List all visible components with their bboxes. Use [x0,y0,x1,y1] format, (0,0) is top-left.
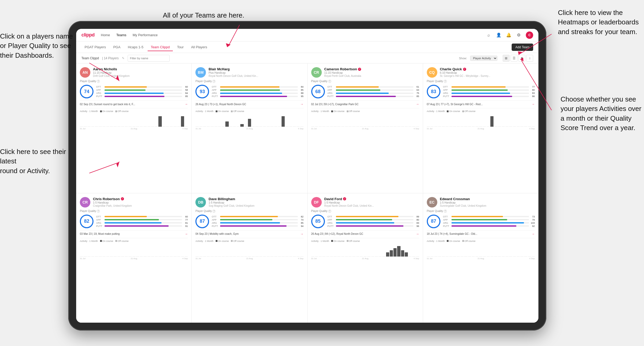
tab-tour[interactable]: Tour [174,44,187,51]
tab-all-players[interactable]: All Players [188,44,210,51]
quality-circle[interactable]: 82 [80,215,94,228]
nav-teams[interactable]: Teams [116,32,126,38]
round-arrow-icon[interactable]: → [532,102,535,106]
player-card[interactable]: DB Dave Billingham 1-5 Handicap Sog Magi… [192,193,307,323]
player-card[interactable]: CR Chris Robertson ✓ 1-5 Handicap Craigm… [76,193,191,323]
player-name[interactable]: Blair McHarg [209,67,303,71]
chart-date-end: 4 Sep [414,257,419,260]
profile-avatar[interactable]: C [526,31,533,39]
stat-bar-fill [336,86,379,88]
round-arrow-icon[interactable]: → [532,232,535,236]
tab-hcaps[interactable]: Hcaps 1-5 [125,44,147,51]
latest-round[interactable]: 04 Sep 23 | Mobility with coach, Gym → [195,230,303,236]
latest-round[interactable]: 02 Jul 23 | 59 (+17), Craigmillar Park G… [311,100,419,106]
quality-circle[interactable]: 68 [311,85,325,98]
player-name[interactable]: Chris Robertson ✓ [93,197,188,201]
list-view-button[interactable]: ☰ [511,55,517,62]
player-club: Drift Golf Club, United Kingdom [93,74,188,77]
chart-bar [132,126,136,127]
stat-value: 73 [530,215,535,218]
avatar[interactable]: EC [427,197,437,207]
search-icon[interactable]: ⌕ [486,32,492,38]
show-select[interactable]: Player Activity [470,56,497,61]
quality-circle[interactable]: 74 [80,85,94,98]
round-arrow-icon[interactable]: → [416,102,419,106]
avatar[interactable]: CR [80,197,90,207]
sort-view-button[interactable]: ↕ [526,55,533,62]
latest-round[interactable]: 03 Mar 23 | 19, Must make putting → [80,230,188,236]
player-header: DF David Ford ✓ 1-5 Handicap Royal North… [311,197,419,207]
player-card[interactable]: AN Aaron Nicholls 11-15 Handicap Drift G… [76,63,191,193]
latest-round[interactable]: 26 Aug 23 | 73 (+1), Royal North Devon G… [195,100,303,106]
player-card[interactable]: CQ Charlie Quick ✓ 6-10 Handicap St. Geo… [423,63,538,193]
avatar[interactable]: BM [195,67,206,78]
player-name[interactable]: Aaron Nicholls [93,67,188,71]
player-name[interactable]: Charlie Quick ✓ [440,67,535,71]
latest-round[interactable]: 26 Aug 23 | 84 (+12), Royal North Devon … [311,230,419,236]
add-team-button[interactable]: Add Team [512,44,533,51]
bell-icon[interactable]: 🔔 [506,32,512,38]
avatar[interactable]: CR [311,67,322,78]
chart-bar [311,126,314,127]
chart-bar [393,248,397,257]
avatar[interactable]: DF [311,197,322,207]
round-arrow-icon[interactable]: → [300,102,304,106]
person-icon[interactable]: 👤 [496,32,502,38]
avatar[interactable]: DB [195,197,206,207]
latest-round[interactable]: 18 Jul 23 | 74 (+4), Sunningdale GC - Ol… [427,230,535,236]
player-name[interactable]: Edward Crossman [440,197,535,201]
tab-pga[interactable]: PGA [110,44,123,51]
tab-team-clippd[interactable]: Team Clippd [148,44,173,51]
filter-view-button[interactable]: ▼ [518,55,525,62]
player-name[interactable]: David Ford ✓ [324,197,419,201]
round-arrow-icon[interactable]: → [185,102,188,106]
player-handicap: 11-15 Handicap [93,71,188,74]
player-card[interactable]: BM Blair McHarg Plus Handicap Royal Nort… [192,63,307,193]
chart-bar [311,256,314,257]
stat-bar-bg [336,86,413,88]
chart-bar [151,256,154,257]
activity-chart [427,114,535,127]
nav-home[interactable]: Home [101,32,110,38]
round-arrow-icon[interactable]: → [185,232,188,236]
activity-period: Activity · 1 Month [195,240,214,242]
tab-pgat[interactable]: PGAT Players [81,44,109,51]
player-info: Chris Robertson ✓ 1-5 Handicap Craigmill… [93,197,188,207]
edit-team-icon[interactable]: ✎ [122,56,124,60]
chart-bar [155,126,158,127]
stat-bar-fill [105,89,146,91]
on-course-label: On course [102,240,113,242]
latest-round[interactable]: 07 Aug 23 | 77 (+7), St George's Hill GC… [427,100,535,106]
nav-performance[interactable]: My Performance [133,32,158,38]
quality-circle[interactable]: 87 [195,215,209,228]
avatar[interactable]: AN [80,67,90,78]
player-card[interactable]: DF David Ford ✓ 1-5 Handicap Royal North… [308,193,423,323]
grid-view-button[interactable]: ⊞ [503,55,510,62]
verified-badge: ✓ [121,197,124,200]
filter-input[interactable] [128,55,170,62]
chart-bar [322,126,325,127]
player-card[interactable]: EC Edward Crossman 1-5 Handicap Sunningd… [423,193,538,323]
latest-round[interactable]: 02 Sep 23 | Sunset round to get back int… [80,100,188,106]
chart-bar [457,126,460,127]
chart-bar [371,256,374,257]
stats-grid: OTT 73 APP 79 ARG 103 PUTT [443,215,535,227]
player-name[interactable]: Cameron Robertson ✓ [324,67,419,71]
chart-bar [237,126,240,127]
quality-circle[interactable]: 87 [427,215,440,228]
quality-circle[interactable]: 83 [427,85,440,98]
round-arrow-icon[interactable]: → [300,232,304,236]
avatar[interactable]: CQ [427,67,437,78]
quality-circle[interactable]: 93 [195,85,209,98]
round-description: 26 Aug 23 | 84 (+12), Royal North Devon … [311,232,414,235]
settings-icon[interactable]: ⚙ [516,32,522,38]
chart-bar [498,256,501,257]
chart-bar [315,256,318,257]
chart-bar [244,256,247,257]
player-card[interactable]: CR Cameron Robertson ✓ 11-15 Handicap Ro… [308,63,423,193]
quality-circle[interactable]: 85 [311,215,325,228]
player-name[interactable]: Dave Billingham [209,197,303,201]
team-name-label: Team Clippd [81,56,99,60]
round-arrow-icon[interactable]: → [416,232,419,236]
chart-bar [80,126,83,127]
